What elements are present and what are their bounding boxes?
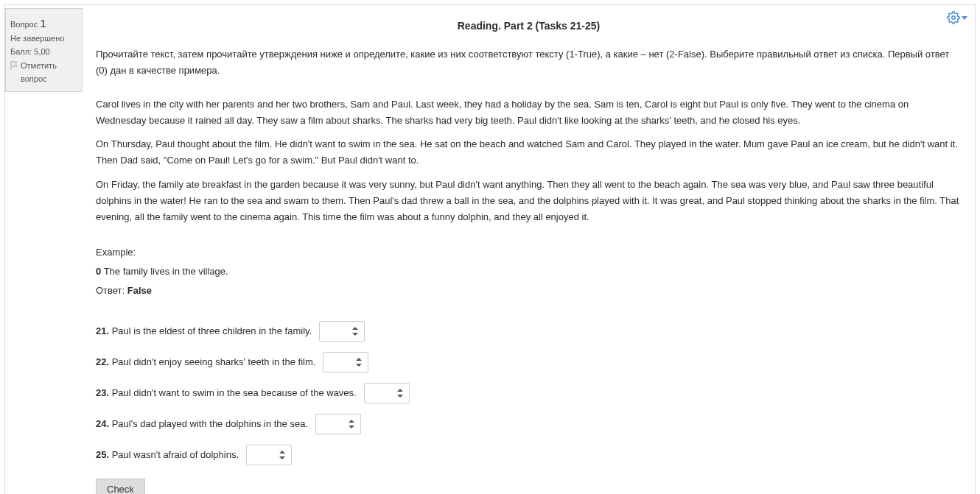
gear-icon <box>947 11 960 24</box>
question-number: 1 <box>40 17 46 29</box>
task-row: 22. Paul didn't enjoy seeing sharks' tee… <box>96 352 962 373</box>
reading-title: Reading. Part 2 (Tasks 21-25) <box>96 20 962 32</box>
passage-paragraph: On Thursday, Paul thought about the film… <box>96 136 962 169</box>
task-21-select[interactable] <box>319 321 365 342</box>
task-25-select[interactable] <box>246 445 292 465</box>
question-label: Вопрос <box>10 20 38 29</box>
task-number: 21. <box>96 325 109 336</box>
example-text: The family lives in the village. <box>104 266 228 277</box>
question-number-line: Вопрос 1 <box>10 15 77 32</box>
task-23-select[interactable] <box>364 383 410 403</box>
task-statement: 25. Paul wasn't afraid of dolphins. <box>96 448 239 462</box>
task-text: Paul didn't enjoy seeing sharks' teeth i… <box>112 356 316 367</box>
passage-paragraph: Carol lives in the city with her parents… <box>96 96 962 129</box>
check-button[interactable]: Check <box>96 479 145 494</box>
question-status: Не завершено <box>10 32 77 46</box>
example-statement: 0 The family lives in the village. <box>96 262 962 281</box>
task-text: Paul's dad played with the dolphins in t… <box>112 418 308 429</box>
question-container: Вопрос 1 Не завершено Балл: 5,00 Отметит… <box>4 4 976 494</box>
task-number: 23. <box>96 387 109 398</box>
flag-question-link[interactable]: Отметить вопрос <box>10 60 77 85</box>
task-number: 22. <box>96 356 109 367</box>
instructions-text: Прочитайте текст, затем прочитайте утвер… <box>96 46 962 79</box>
task-number: 24. <box>96 418 109 429</box>
task-24-select[interactable] <box>315 414 361 434</box>
example-label: Example: <box>96 243 962 262</box>
task-22-select[interactable] <box>323 352 368 373</box>
task-statement: 23. Paul didn't want to swim in the sea … <box>96 386 357 401</box>
reading-passage: Carol lives in the city with her parents… <box>96 96 962 225</box>
chevron-down-icon <box>962 16 967 20</box>
settings-menu[interactable] <box>947 11 967 24</box>
task-row: 24. Paul's dad played with the dolphins … <box>96 414 962 434</box>
task-number: 25. <box>96 449 109 460</box>
task-text: Paul is the eldest of three children in … <box>112 325 312 336</box>
svg-point-0 <box>952 16 956 20</box>
flag-label: Отметить вопрос <box>21 60 77 85</box>
passage-paragraph: On Friday, the family ate breakfast in t… <box>96 177 962 225</box>
example-answer: Ответ: False <box>96 281 962 300</box>
task-statement: 22. Paul didn't enjoy seeing sharks' tee… <box>96 355 315 370</box>
task-row: 25. Paul wasn't afraid of dolphins. <box>96 445 962 465</box>
answer-value: False <box>127 285 152 296</box>
task-statement: 24. Paul's dad played with the dolphins … <box>96 417 308 431</box>
task-text: Paul didn't want to swim in the sea beca… <box>112 387 357 398</box>
task-text: Paul wasn't afraid of dolphins. <box>112 449 239 460</box>
tasks-list: 21. Paul is the eldest of three children… <box>96 321 962 465</box>
question-content: Reading. Part 2 (Tasks 21-25) Прочитайте… <box>83 5 975 494</box>
answer-label: Ответ: <box>96 285 125 296</box>
example-block: Example: 0 The family lives in the villa… <box>96 243 962 300</box>
flag-icon <box>10 61 18 70</box>
question-info-panel: Вопрос 1 Не завершено Балл: 5,00 Отметит… <box>5 8 83 92</box>
task-row: 23. Paul didn't want to swim in the sea … <box>96 383 962 403</box>
question-score: Балл: 5,00 <box>10 46 77 59</box>
task-row: 21. Paul is the eldest of three children… <box>96 321 962 342</box>
task-statement: 21. Paul is the eldest of three children… <box>96 324 312 339</box>
example-number: 0 <box>96 266 101 277</box>
